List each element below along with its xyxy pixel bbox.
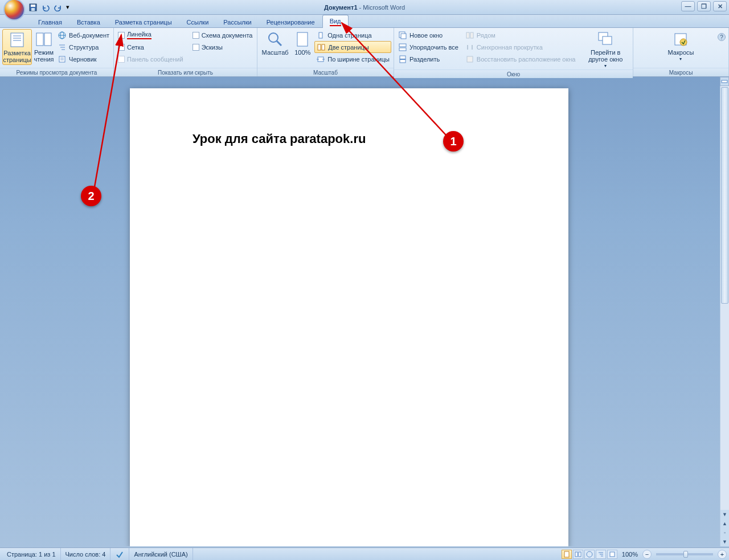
status-language[interactable]: Английский (США) [129, 548, 193, 560]
macros-button[interactable]: Макросы▾ [666, 29, 697, 63]
thumbnails-checkbox[interactable]: Эскизы [191, 41, 255, 53]
vertical-scrollbar[interactable]: ▲ ▼ ▲ ◦ ▼ [720, 77, 729, 546]
switch-windows-icon [596, 30, 615, 48]
tab-page-layout[interactable]: Разметка страницы [108, 16, 179, 27]
gridlines-checkbox[interactable]: Сетка [116, 41, 185, 53]
zoom-out-button[interactable]: − [642, 550, 652, 559]
checkbox-icon [118, 56, 125, 63]
zoom-value[interactable]: 100% [622, 551, 638, 558]
draft-button[interactable]: Черновик [56, 53, 111, 65]
svg-rect-23 [322, 44, 325, 50]
svg-rect-48 [610, 552, 615, 557]
window-controls: — ❐ ✕ [681, 1, 727, 11]
maximize-button[interactable]: ❐ [697, 1, 711, 11]
svg-rect-22 [318, 44, 321, 50]
zoom-slider[interactable] [656, 553, 713, 555]
tab-home[interactable]: Главная [31, 16, 69, 27]
split-button[interactable]: Разделить [396, 53, 460, 65]
split-icon [398, 55, 407, 64]
svg-line-19 [277, 41, 281, 46]
svg-point-37 [680, 39, 687, 46]
reading-layout-button[interactable]: Режим чтения [32, 29, 56, 64]
outline-icon [58, 43, 67, 52]
checkbox-icon [193, 44, 199, 51]
titlebar: ▾ Документ1 - Microsoft Word — ❐ ✕ [0, 0, 729, 15]
close-button[interactable]: ✕ [713, 1, 727, 11]
svg-rect-8 [44, 33, 51, 46]
view-web[interactable] [584, 550, 595, 559]
macros-icon [671, 30, 690, 48]
arrange-icon [398, 43, 407, 52]
group-window: Новое окно Упорядочить все Разделить Ряд… [394, 28, 633, 76]
document-page[interactable]: Урок для сайта paratapok.ru [130, 88, 568, 546]
svg-rect-35 [603, 36, 612, 44]
checkbox-icon [118, 44, 125, 51]
callout-1: 1 [443, 131, 464, 152]
tab-references[interactable]: Ссылки [179, 16, 216, 27]
zoom-button[interactable]: Масштаб [260, 29, 290, 57]
document-map-checkbox[interactable]: Схема документа [191, 29, 255, 41]
browse-next-button[interactable]: ▼ [720, 537, 729, 546]
browse-prev-button[interactable]: ▲ [720, 519, 729, 528]
help-button[interactable]: ? [718, 33, 726, 41]
status-words[interactable]: Число слов: 4 [61, 548, 111, 560]
scroll-down-button[interactable]: ▼ [720, 510, 729, 519]
document-text[interactable]: Урок для сайта paratapok.ru [193, 132, 366, 146]
two-pages-button[interactable]: Две страницы [314, 41, 391, 53]
scrollbar-thumb[interactable] [721, 87, 728, 304]
svg-rect-41 [564, 551, 569, 557]
svg-point-18 [269, 33, 278, 42]
svg-rect-26 [401, 34, 406, 39]
sync-scroll-icon [465, 43, 474, 52]
one-page-button[interactable]: Одна страница [314, 29, 391, 41]
switch-windows-button[interactable]: Перейти в другое окно▾ [580, 29, 630, 70]
outline-button[interactable]: Структура [56, 41, 111, 53]
side-by-side-button: Рядом [464, 29, 578, 41]
view-outline[interactable] [596, 550, 606, 559]
callout-2: 2 [81, 186, 101, 206]
zoom-100-button[interactable]: 100% [290, 29, 314, 57]
zoom-in-button[interactable]: + [718, 550, 727, 559]
view-reading[interactable] [573, 550, 583, 559]
ruler-toggle-button[interactable] [720, 77, 729, 86]
view-draft[interactable] [607, 550, 617, 559]
svg-rect-3 [11, 33, 23, 47]
new-window-button[interactable]: Новое окно [396, 29, 460, 41]
svg-rect-20 [297, 32, 308, 46]
tab-mailings[interactable]: Рассылки [216, 16, 259, 27]
new-window-icon [398, 31, 407, 40]
print-layout-button[interactable]: Разметка страницы [2, 29, 32, 65]
tab-insert[interactable]: Вставка [69, 16, 108, 27]
zoom-slider-knob[interactable] [683, 551, 688, 558]
arrange-all-button[interactable]: Упорядочить все [396, 41, 460, 53]
view-print-layout[interactable] [562, 550, 572, 559]
document-name: Документ1 [324, 4, 358, 11]
svg-rect-43 [579, 552, 581, 557]
group-macros: Макросы▾ Макросы [633, 28, 729, 76]
minimize-button[interactable]: — [681, 1, 695, 11]
one-page-icon [316, 31, 325, 40]
undo-button[interactable] [40, 2, 51, 13]
group-show-hide: Линейка Сетка Панель сообщений Схема док… [114, 28, 257, 76]
svg-rect-21 [319, 32, 322, 38]
tab-review[interactable]: Рецензирование [259, 16, 322, 27]
page-width-button[interactable]: По ширине страницы [314, 53, 391, 65]
document-area[interactable]: Урок для сайта paratapok.ru [0, 77, 720, 546]
save-button[interactable] [27, 2, 39, 13]
qat-customize[interactable]: ▾ [65, 2, 71, 13]
tab-view[interactable]: Вид [322, 15, 349, 28]
app-name: Microsoft Word [363, 4, 405, 11]
undo-icon [41, 3, 50, 12]
status-proofing[interactable] [110, 548, 129, 560]
redo-button[interactable] [52, 2, 64, 13]
checkbox-icon [118, 32, 125, 39]
browse-object-button[interactable]: ◦ [720, 528, 729, 537]
two-pages-icon [317, 43, 326, 52]
ruler-checkbox[interactable]: Линейка [116, 29, 185, 41]
save-icon [28, 3, 38, 12]
status-page[interactable]: Страница: 1 из 1 [2, 548, 61, 560]
svg-rect-32 [470, 32, 473, 38]
statusbar: Страница: 1 из 1 Число слов: 4 Английски… [0, 547, 729, 560]
web-layout-button[interactable]: Веб-документ [56, 29, 111, 41]
svg-point-44 [587, 551, 592, 557]
